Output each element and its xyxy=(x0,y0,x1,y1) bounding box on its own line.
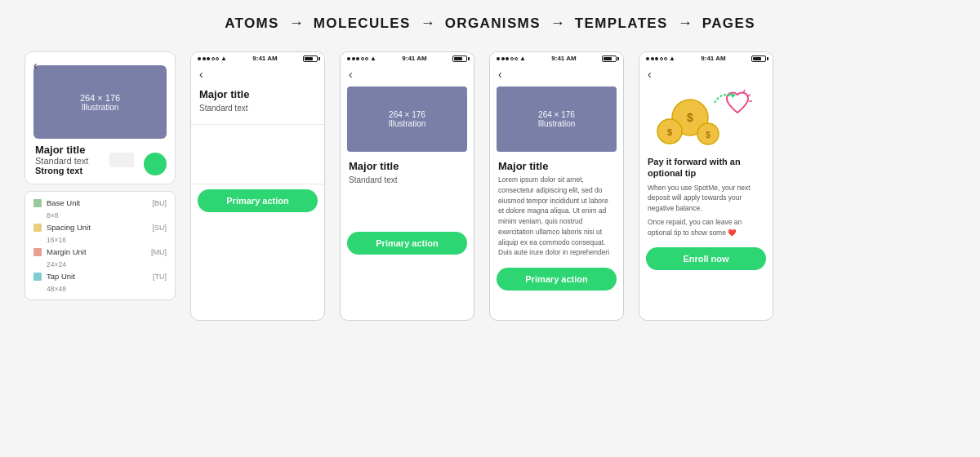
atoms-badge xyxy=(144,153,167,175)
molecules-primary-action[interactable]: Primary action xyxy=(198,189,318,212)
base-unit-name: Base Unit xyxy=(47,198,147,207)
templates-status-right xyxy=(602,55,617,62)
spacing-unit-color xyxy=(33,224,42,232)
org-dot2 xyxy=(352,57,355,60)
pgs-dot3 xyxy=(655,57,658,60)
org-dot1 xyxy=(347,57,350,60)
organisms-status-left: ▲ xyxy=(347,55,376,62)
atoms-illustration: 264 × 176 Illustration xyxy=(33,65,167,139)
pages-body-text2: Once repaid, you can leave an optional t… xyxy=(648,217,764,238)
back-arrow-icon: ‹ xyxy=(33,59,38,72)
organisms-nav: ‹ xyxy=(341,64,474,83)
molecules-major-title: Major title xyxy=(199,88,316,100)
templates-lorem-text: Lorem ipsum dolor sit amet, consectetur … xyxy=(498,175,615,258)
organisms-major-title: Major title xyxy=(349,160,466,172)
molecules-nav: ‹ xyxy=(191,64,324,83)
svg-text:$: $ xyxy=(706,131,710,140)
organisms-panel: ▲ 9:41 AM ‹ 264 × 176 Illustration Major… xyxy=(340,51,474,321)
molecules-divider1 xyxy=(191,124,324,125)
templates-nav: ‹ xyxy=(490,64,623,83)
molecules-panel: ▲ 9:41 AM ‹ Major title Standard text Pr… xyxy=(190,51,325,321)
pages-svg-illustration: $ $ $ xyxy=(649,87,764,148)
dot5 xyxy=(216,57,219,60)
molecules-standard-text: Standard text xyxy=(199,103,316,114)
templates-panel: ▲ 9:41 AM ‹ 264 × 176 Illustration Major… xyxy=(489,51,624,321)
pages-time: 9:41 AM xyxy=(701,55,725,62)
arrow-1: → xyxy=(286,15,307,32)
base-unit-size: 8×8 xyxy=(47,211,167,220)
organisms-status-right xyxy=(452,55,467,62)
main-content: ‹ 264 × 176 Illustration Major title Sta… xyxy=(0,43,980,321)
margin-unit-size: 24×24 xyxy=(47,260,167,268)
templates-illustration-label: Illustration xyxy=(538,119,576,128)
unit-base: Base Unit [BU] xyxy=(33,198,167,207)
atoms-major-title: Major title xyxy=(35,144,165,156)
pgs-battery-icon xyxy=(751,55,766,62)
molecules-phone-frame: ▲ 9:41 AM ‹ Major title Standard text Pr… xyxy=(190,51,325,321)
molecules-status-bar: ▲ 9:41 AM xyxy=(191,52,324,64)
pages-content: Pay it forward with an optional tip When… xyxy=(639,151,773,244)
unit-spacing: Spacing Unit [SU] xyxy=(33,223,167,232)
dot2 xyxy=(203,57,206,60)
atoms-illustration-dim: 264 × 176 xyxy=(80,93,120,103)
svg-text:$: $ xyxy=(687,111,693,124)
arrow-2: → xyxy=(417,15,439,32)
pages-phone-frame: ▲ 9:41 AM ‹ xyxy=(639,51,773,321)
arrow-4: → xyxy=(675,15,696,32)
templates-status-bar: ▲ 9:41 AM xyxy=(490,52,623,64)
templates-phone-frame: ▲ 9:41 AM ‹ 264 × 176 Illustration Major… xyxy=(489,51,624,321)
units-legend: Base Unit [BU] 8×8 Spacing Unit [SU] 16×… xyxy=(24,191,176,300)
unit-tap: Tap Unit [TU] xyxy=(33,272,167,281)
organisms-status-bar: ▲ 9:41 AM xyxy=(341,52,474,64)
pipeline-templates: TEMPLATES xyxy=(568,16,675,32)
tap-unit-name: Tap Unit xyxy=(47,272,148,281)
molecules-status-left: ▲ xyxy=(198,55,227,62)
organisms-illustration-dim: 264 × 176 xyxy=(389,110,425,119)
organisms-time: 9:41 AM xyxy=(402,55,426,62)
dot3 xyxy=(207,57,210,60)
battery-fill xyxy=(305,57,313,60)
pages-enroll-button[interactable]: Enroll now xyxy=(646,247,766,270)
tap-unit-code: [TU] xyxy=(153,273,167,281)
wifi-icon: ▲ xyxy=(220,55,227,62)
pgs-signal-dots xyxy=(646,57,667,60)
templates-illustration: 264 × 176 Illustration xyxy=(497,87,617,152)
tpl-battery-fill xyxy=(604,57,612,60)
atoms-panel: ‹ 264 × 176 Illustration Major title Sta… xyxy=(24,51,176,300)
org-battery-icon xyxy=(452,55,467,62)
spacing-unit-size: 16×16 xyxy=(47,236,167,244)
molecules-divider2 xyxy=(191,184,324,184)
pages-status-left: ▲ xyxy=(646,55,675,62)
pages-body-text1: When you use SpotMe, your next deposit w… xyxy=(648,183,764,214)
pipeline-header: ATOMS → MOLECULES → ORGANISMS → TEMPLATE… xyxy=(0,0,980,43)
templates-content: Major title Lorem ipsum dolor sit amet, … xyxy=(490,155,623,263)
pgs-wifi-icon: ▲ xyxy=(669,55,675,62)
dot4 xyxy=(212,57,215,60)
org-dot5 xyxy=(365,57,368,60)
templates-major-title: Major title xyxy=(498,160,615,172)
pages-status-right xyxy=(751,55,766,62)
pipeline-molecules: MOLECULES xyxy=(307,16,417,32)
tpl-dot1 xyxy=(497,57,500,60)
pipeline-organisms: ORGANISMS xyxy=(439,16,547,32)
pgs-dot4 xyxy=(660,57,663,60)
tap-unit-size: 48×48 xyxy=(47,285,167,293)
templates-status-left: ▲ xyxy=(497,55,526,62)
organisms-primary-action[interactable]: Primary action xyxy=(347,232,467,255)
molecules-back-icon: ‹ xyxy=(199,68,203,81)
pgs-dot2 xyxy=(651,57,654,60)
organisms-phone-frame: ▲ 9:41 AM ‹ 264 × 176 Illustration Major… xyxy=(340,51,474,321)
templates-time: 9:41 AM xyxy=(551,55,576,62)
pipeline-pages: PAGES xyxy=(696,16,762,32)
pgs-dot5 xyxy=(664,57,667,60)
base-unit-code: [BU] xyxy=(152,199,167,207)
base-unit-color xyxy=(33,199,42,207)
organisms-back-icon: ‹ xyxy=(349,68,353,81)
svg-text:$: $ xyxy=(666,127,671,137)
templates-back-icon: ‹ xyxy=(498,68,502,81)
atoms-illustration-label: Illustration xyxy=(82,103,119,112)
molecules-spacer xyxy=(191,130,324,179)
templates-primary-action[interactable]: Primary action xyxy=(497,268,617,291)
molecules-content: Major title Standard text xyxy=(191,83,324,119)
org-battery-fill xyxy=(454,57,462,60)
